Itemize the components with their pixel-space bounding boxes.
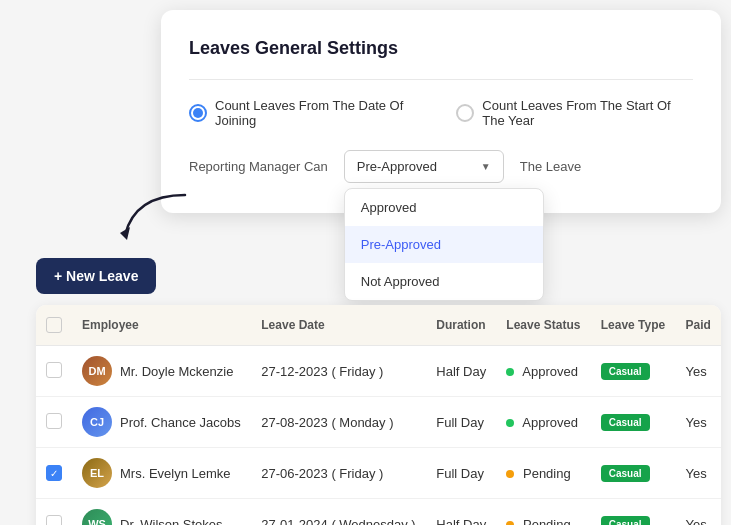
status-dot [506, 470, 514, 478]
employee-name: Mrs. Evelyn Lemke [120, 466, 231, 481]
row-checkbox[interactable]: ✓ [46, 465, 62, 481]
table-row: WS Dr. Wilson Stokes 27-01-2024 ( Wednes… [36, 499, 721, 526]
header-leave-type: Leave Type [591, 305, 676, 346]
status-dot [506, 419, 514, 427]
status-text: Pending [523, 466, 571, 481]
status-text: Approved [522, 364, 578, 379]
row-status: Pending [496, 448, 590, 499]
dropdown-value: Pre-Approved [357, 159, 437, 174]
radio-joining-circle [189, 104, 207, 122]
avatar: DM [82, 356, 112, 386]
row-leave-date: 27-06-2023 ( Friday ) [251, 448, 426, 499]
arrow-indicator [105, 185, 195, 249]
row-checkbox[interactable] [46, 515, 62, 526]
radio-joining[interactable]: Count Leaves From The Date Of Joining [189, 98, 416, 128]
row-leave-type: Casual [591, 397, 676, 448]
row-duration: Half Day [426, 499, 496, 526]
row-checkbox-cell [36, 397, 72, 448]
radio-year[interactable]: Count Leaves From The Start Of The Year [456, 98, 693, 128]
table-row: DM Mr. Doyle Mckenzie 27-12-2023 ( Frida… [36, 346, 721, 397]
suffix-text: The Leave [520, 159, 581, 174]
header-checkbox[interactable] [46, 317, 62, 333]
radio-group: Count Leaves From The Date Of Joining Co… [189, 98, 693, 128]
status-text: Approved [522, 415, 578, 430]
leave-type-badge: Casual [601, 363, 650, 380]
row-employee: WS Dr. Wilson Stokes [72, 499, 251, 526]
radio-joining-label: Count Leaves From The Date Of Joining [215, 98, 416, 128]
header-duration: Duration [426, 305, 496, 346]
row-paid: Yes [675, 499, 721, 526]
table-header-row: Employee Leave Date Duration Leave Statu… [36, 305, 721, 346]
main-container: Leaves General Settings Count Leaves Fro… [0, 0, 731, 525]
avatar: CJ [82, 407, 112, 437]
row-duration: Full Day [426, 448, 496, 499]
table-container: Employee Leave Date Duration Leave Statu… [36, 305, 721, 525]
row-checkbox-cell [36, 346, 72, 397]
new-leave-button[interactable]: + New Leave [36, 258, 156, 294]
svg-marker-0 [120, 227, 130, 240]
table-card: Employee Leave Date Duration Leave Statu… [36, 305, 721, 525]
dropdown-arrow-icon: ▼ [481, 161, 491, 172]
employee-name: Mr. Doyle Mckenzie [120, 364, 233, 379]
divider [189, 79, 693, 80]
row-checkbox-cell: ✓ [36, 448, 72, 499]
radio-year-label: Count Leaves From The Start Of The Year [482, 98, 693, 128]
dropdown-item-approved[interactable]: Approved [345, 189, 543, 226]
row-leave-date: 27-01-2024 ( Wednesday ) [251, 499, 426, 526]
header-leave-date: Leave Date [251, 305, 426, 346]
employee-name: Prof. Chance Jacobs [120, 415, 241, 430]
header-leave-status: Leave Status [496, 305, 590, 346]
settings-card: Leaves General Settings Count Leaves Fro… [161, 10, 721, 213]
row-paid: Yes [675, 346, 721, 397]
row-leave-date: 27-12-2023 ( Friday ) [251, 346, 426, 397]
dropdown-item-notapproved[interactable]: Not Approved [345, 263, 543, 300]
row-leave-type: Casual [591, 499, 676, 526]
avatar: EL [82, 458, 112, 488]
row-leave-type: Casual [591, 448, 676, 499]
table-body: DM Mr. Doyle Mckenzie 27-12-2023 ( Frida… [36, 346, 721, 526]
row-paid: Yes [675, 397, 721, 448]
employee-cell: WS Dr. Wilson Stokes [82, 509, 241, 525]
dropdown-item-preapproved[interactable]: Pre-Approved [345, 226, 543, 263]
manager-label: Reporting Manager Can [189, 159, 328, 174]
row-duration: Half Day [426, 346, 496, 397]
row-status: Pending [496, 499, 590, 526]
row-leave-type: Casual [591, 346, 676, 397]
row-employee: CJ Prof. Chance Jacobs [72, 397, 251, 448]
row-paid: Yes [675, 448, 721, 499]
leave-type-badge: Casual [601, 465, 650, 482]
header-checkbox-cell [36, 305, 72, 346]
leave-type-badge: Casual [601, 414, 650, 431]
settings-title: Leaves General Settings [189, 38, 693, 59]
row-checkbox-cell [36, 499, 72, 526]
row-status: Approved [496, 397, 590, 448]
dropdown-menu: Approved Pre-Approved Not Approved [344, 188, 544, 301]
leave-type-badge: Casual [601, 516, 650, 526]
employee-name: Dr. Wilson Stokes [120, 517, 223, 526]
employee-cell: DM Mr. Doyle Mckenzie [82, 356, 241, 386]
dropdown-select[interactable]: Pre-Approved ▼ [344, 150, 504, 183]
row-checkbox[interactable] [46, 413, 62, 429]
row-employee: EL Mrs. Evelyn Lemke [72, 448, 251, 499]
row-employee: DM Mr. Doyle Mckenzie [72, 346, 251, 397]
row-checkbox[interactable] [46, 362, 62, 378]
leaves-table: Employee Leave Date Duration Leave Statu… [36, 305, 721, 525]
table-row: ✓ EL Mrs. Evelyn Lemke 27-06-2023 ( Frid… [36, 448, 721, 499]
employee-cell: EL Mrs. Evelyn Lemke [82, 458, 241, 488]
avatar: WS [82, 509, 112, 525]
header-paid: Paid [675, 305, 721, 346]
header-employee: Employee [72, 305, 251, 346]
dropdown-wrapper: Pre-Approved ▼ Approved Pre-Approved Not… [344, 150, 504, 183]
status-text: Pending [523, 517, 571, 526]
status-dot [506, 521, 514, 526]
row-status: Approved [496, 346, 590, 397]
row-duration: Full Day [426, 397, 496, 448]
manager-row: Reporting Manager Can Pre-Approved ▼ App… [189, 150, 693, 183]
status-dot [506, 368, 514, 376]
table-row: CJ Prof. Chance Jacobs 27-08-2023 ( Mond… [36, 397, 721, 448]
radio-year-circle [456, 104, 474, 122]
employee-cell: CJ Prof. Chance Jacobs [82, 407, 241, 437]
row-leave-date: 27-08-2023 ( Monday ) [251, 397, 426, 448]
